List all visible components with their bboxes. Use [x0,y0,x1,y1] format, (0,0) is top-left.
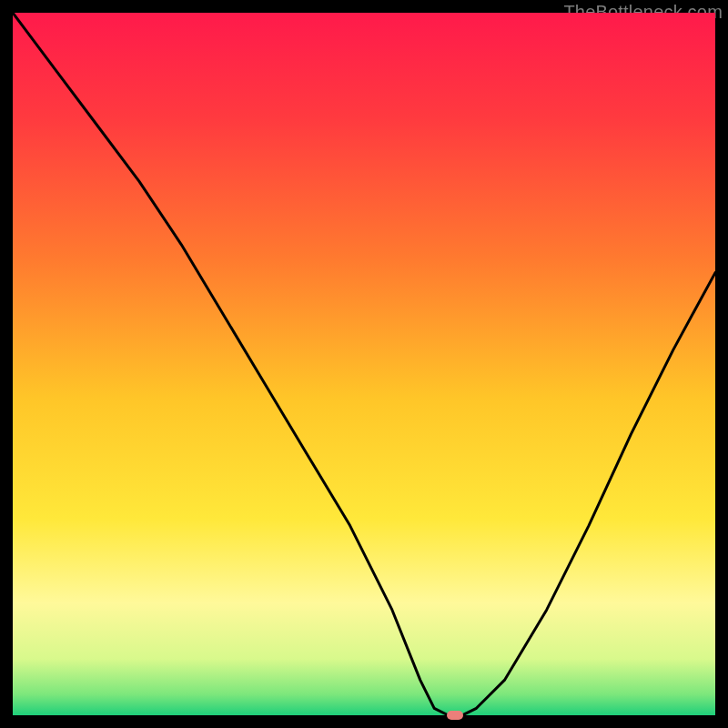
chart-root: TheBottleneck.com [0,0,728,728]
optimal-marker [447,711,463,720]
svg-rect-0 [13,13,715,715]
gradient-background [13,13,715,715]
plot-area [13,13,715,715]
